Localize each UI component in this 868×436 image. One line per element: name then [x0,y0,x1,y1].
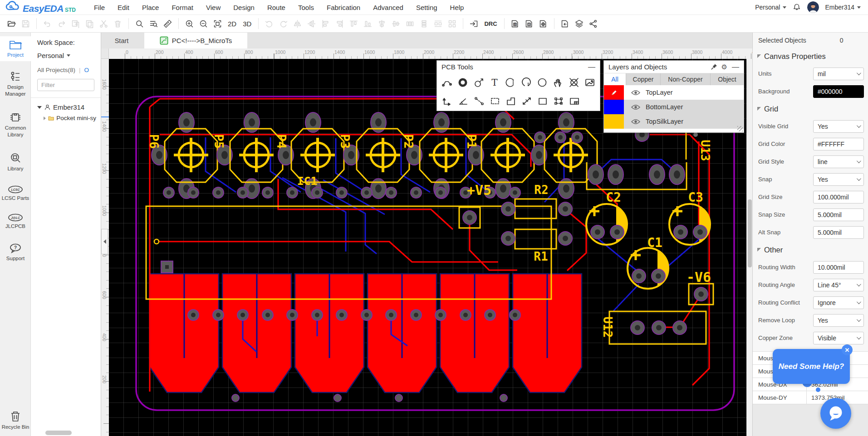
open-link[interactable]: O [84,67,89,73]
minimize-button[interactable]: — [732,63,739,71]
alt-snap-field[interactable]: 5.000mil [813,226,864,239]
text-tool[interactable]: T [487,73,503,91]
find-component-button[interactable] [147,17,161,30]
keepout-tool[interactable] [566,73,582,91]
layer-color-swatch[interactable] [604,100,624,114]
snap-select[interactable]: Yes [813,173,864,186]
tree-project-row[interactable]: Pocket mini-sy [44,115,96,121]
zoom-in-button[interactable] [182,17,196,30]
angle-tool[interactable] [455,92,471,110]
panel-resize-handle[interactable] [737,126,743,131]
sidebar-item-design-manager[interactable]: Design Manager [0,68,31,100]
share-button[interactable] [586,17,600,30]
import-button[interactable] [558,17,572,30]
circle-tool[interactable] [534,73,550,91]
layers-tab-object[interactable]: Object [710,73,744,85]
gerber-button[interactable]: G [522,17,536,30]
pad-tool[interactable] [455,73,471,91]
align-right-button[interactable] [333,17,347,30]
spread-tool[interactable] [519,92,535,110]
workspace-selector[interactable]: Personal [37,52,96,59]
eye-icon[interactable] [631,104,640,110]
gear-icon[interactable]: ⚙ [721,63,727,71]
routing-angle-select[interactable]: Line 45° [813,279,864,291]
paste-button[interactable] [83,17,97,30]
cut-button[interactable] [97,17,111,30]
layers-button[interactable] [572,17,586,30]
close-icon[interactable]: ✕ [842,344,853,355]
menu-route[interactable]: Route [261,0,292,15]
remove-loop-select[interactable]: Yes [813,314,864,327]
layer-row-topsilk[interactable]: TopSilkLayer [604,114,744,129]
all-projects-link[interactable]: All Projects(8) [37,67,75,73]
align-top-button[interactable] [347,17,361,30]
menu-view[interactable]: View [200,0,227,15]
user-dropdown[interactable]: Ember314 [825,4,861,11]
copper-zone-select[interactable]: Visible [813,332,864,344]
redo-button[interactable] [54,17,69,30]
view-2d-button[interactable]: 2D [225,20,240,28]
sidebar-item-lcsc-parts[interactable]: LCSC LCSC Parts [0,182,31,204]
arrange-button[interactable] [445,17,459,30]
menu-edit[interactable]: Edit [111,0,136,15]
sidebar-item-recycle-bin[interactable]: Recycle Bin [0,407,31,433]
flip-horizontal-button[interactable] [290,17,304,30]
tab-start[interactable]: Start [101,33,142,48]
panelize-tool[interactable] [566,92,582,110]
measure-distance-tool[interactable] [471,92,487,110]
drag-tool[interactable] [550,73,566,91]
avatar[interactable] [807,1,819,13]
eye-icon[interactable] [631,119,640,125]
layer-row-bottom[interactable]: BottomLayer [604,100,744,114]
menu-file[interactable]: File [88,0,111,15]
collapsed-icon[interactable] [44,116,46,120]
tab-pcb-microts[interactable]: PC<!---->B_MicroTs [144,33,247,48]
equal-spacing-button[interactable] [431,17,445,30]
layer-row-top[interactable]: TopLayer [604,85,744,100]
easyeda-logo[interactable]: EasyEDA STD [5,1,76,14]
layers-tab-non-copper[interactable]: Non-Copper [660,73,710,85]
search-button[interactable] [132,17,147,30]
sidebar-item-library[interactable]: Library [0,149,31,175]
menu-fabrication[interactable]: Fabrication [320,0,367,15]
pick-place-button[interactable] [536,17,550,30]
rect-tool[interactable] [535,92,550,110]
scrollbar-handle[interactable] [748,199,752,267]
section-grid[interactable]: Grid [753,100,868,117]
image-tool[interactable] [582,73,598,91]
distribute-vertical-button[interactable] [417,17,431,30]
track-tool[interactable] [439,73,455,91]
rotate-ccw-button[interactable] [262,17,276,30]
grid-style-select[interactable]: line [813,155,864,168]
panel-scrollbar[interactable] [45,431,72,435]
expand-icon[interactable] [37,106,42,109]
align-left-button[interactable] [319,17,333,30]
menu-tools[interactable]: Tools [292,0,320,15]
menu-design[interactable]: Design [227,0,261,15]
minimize-button[interactable]: — [588,63,595,71]
section-canvas-properties[interactable]: Canvas Properties [753,48,868,65]
layers-tab-copper[interactable]: Copper [626,73,660,85]
open-button[interactable] [5,17,19,30]
chat-support-button[interactable] [820,398,851,429]
rotate-cw-button[interactable] [276,17,290,30]
delete-button[interactable] [111,17,125,30]
align-bottom-button[interactable] [361,17,375,30]
route-button[interactable] [467,17,481,30]
sidebar-item-project[interactable]: Project [0,36,31,61]
routing-width-field[interactable]: 10.000mil [813,261,864,274]
filter-input[interactable] [37,79,94,91]
align-center-horizontal-button[interactable] [375,17,389,30]
undo-button[interactable] [40,17,54,30]
grid-color-field[interactable]: #FFFFFF [813,138,864,150]
fit-view-button[interactable] [211,17,225,30]
save-button[interactable] [19,17,33,30]
drc-button[interactable]: DRC [481,20,500,27]
sidebar-item-jlcpcb[interactable]: J@LC JLCPCB [0,210,31,233]
arc-tool[interactable] [503,73,519,91]
measure-button[interactable] [161,17,175,30]
snap-size-field[interactable]: 5.000mil [813,208,864,221]
panel-collapse-button[interactable] [101,229,108,254]
layer-color-swatch[interactable] [604,85,624,100]
bell-icon[interactable] [792,3,801,12]
